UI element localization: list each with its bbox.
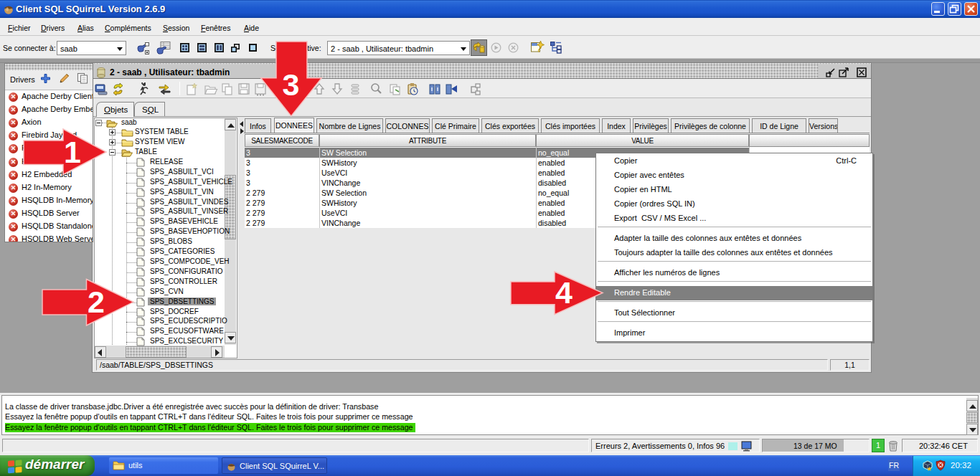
svg-text:2: 2 <box>88 285 105 319</box>
svg-text:4: 4 <box>555 275 573 310</box>
svg-text:3: 3 <box>283 67 300 102</box>
svg-text:1: 1 <box>64 135 81 169</box>
